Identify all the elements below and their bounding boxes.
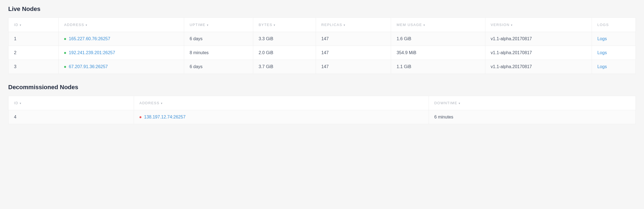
- address-link[interactable]: 138.197.12.74:26257: [144, 115, 186, 119]
- cell-uptime: 6 days: [184, 32, 253, 46]
- status-dot-icon: [64, 66, 66, 68]
- address-link[interactable]: 67.207.91.36:26257: [69, 64, 108, 69]
- sort-icon: ▼: [458, 102, 461, 105]
- cell-bytes: 3.7 GiB: [253, 60, 316, 74]
- status-dot-icon: [139, 116, 141, 118]
- logs-link[interactable]: Logs: [597, 36, 607, 41]
- logs-link[interactable]: Logs: [597, 64, 607, 69]
- table-row: 4138.197.12.74:262576 minutes: [8, 110, 636, 124]
- cell-uptime: 6 days: [184, 60, 253, 74]
- table-row: 1165.227.60.76:262576 days3.3 GiB1471.6 …: [8, 32, 636, 46]
- live-header-mem-usage[interactable]: MEM USAGE▼: [391, 18, 485, 32]
- cell-replicas: 147: [316, 32, 391, 46]
- sort-icon: ▼: [160, 102, 163, 105]
- live-header-uptime[interactable]: UPTIME▼: [184, 18, 253, 32]
- sort-icon: ▼: [19, 102, 22, 105]
- decommissioned-nodes-table: ID▼ ADDRESS▼ DOWNTIME▼ 4138.197.12.74:26…: [8, 96, 636, 124]
- cell-id: 2: [8, 46, 59, 60]
- live-header-id[interactable]: ID▼: [8, 18, 59, 32]
- cell-id: 3: [8, 60, 59, 74]
- cell-version: v1.1-alpha.20170817: [485, 46, 592, 60]
- cell-uptime: 8 minutes: [184, 46, 253, 60]
- live-header-logs: LOGS: [592, 18, 636, 32]
- address-link[interactable]: 192.241.239.201:26257: [69, 50, 115, 55]
- cell-bytes: 3.3 GiB: [253, 32, 316, 46]
- cell-address: 192.241.239.201:26257: [59, 46, 184, 60]
- status-dot-icon: [64, 38, 66, 40]
- table-row: 367.207.91.36:262576 days3.7 GiB1471.1 G…: [8, 60, 636, 74]
- live-header-bytes[interactable]: BYTES▼: [253, 18, 316, 32]
- sort-icon: ▼: [19, 24, 22, 27]
- address-link[interactable]: 165.227.60.76:26257: [69, 36, 110, 41]
- sort-icon: ▼: [511, 24, 513, 27]
- decom-header-address[interactable]: ADDRESS▼: [134, 96, 429, 110]
- cell-bytes: 2.0 GiB: [253, 46, 316, 60]
- cell-version: v1.1-alpha.20170817: [485, 32, 592, 46]
- live-nodes-section: Live Nodes ID▼ ADDRESS▼ UPTIME▼ BYTES▼ R…: [8, 5, 636, 74]
- cell-logs: Logs: [592, 32, 636, 46]
- decommissioned-nodes-title: Decommissioned Nodes: [8, 84, 636, 91]
- cell-id: 1: [8, 32, 59, 46]
- live-header-replicas[interactable]: REPLICAS▼: [316, 18, 391, 32]
- cell-address: 165.227.60.76:26257: [59, 32, 184, 46]
- live-nodes-title: Live Nodes: [8, 5, 636, 13]
- sort-icon: ▼: [273, 24, 276, 27]
- cell-logs: Logs: [592, 60, 636, 74]
- decom-header-downtime[interactable]: DOWNTIME▼: [429, 96, 636, 110]
- decom-header-id[interactable]: ID▼: [8, 96, 134, 110]
- sort-icon: ▼: [423, 24, 426, 27]
- cell-address: 67.207.91.36:26257: [59, 60, 184, 74]
- status-dot-icon: [64, 52, 66, 54]
- sort-icon: ▼: [206, 24, 209, 27]
- live-nodes-table: ID▼ ADDRESS▼ UPTIME▼ BYTES▼ REPLICAS▼ ME…: [8, 18, 636, 74]
- cell-mem-usage: 354.9 MiB: [391, 46, 485, 60]
- sort-icon: ▼: [85, 24, 88, 27]
- cell-replicas: 147: [316, 60, 391, 74]
- cell-replicas: 147: [316, 46, 391, 60]
- cell-version: v1.1-alpha.20170817: [485, 60, 592, 74]
- live-header-version[interactable]: VERSION▼: [485, 18, 592, 32]
- logs-link[interactable]: Logs: [597, 50, 607, 55]
- table-row: 2192.241.239.201:262578 minutes2.0 GiB14…: [8, 46, 636, 60]
- cell-id: 4: [8, 110, 134, 124]
- cell-mem-usage: 1.6 GiB: [391, 32, 485, 46]
- cell-address: 138.197.12.74:26257: [134, 110, 429, 124]
- sort-icon: ▼: [343, 24, 346, 27]
- live-header-address[interactable]: ADDRESS▼: [59, 18, 184, 32]
- cell-downtime: 6 minutes: [429, 110, 636, 124]
- cell-logs: Logs: [592, 46, 636, 60]
- cell-mem-usage: 1.1 GiB: [391, 60, 485, 74]
- decommissioned-nodes-section: Decommissioned Nodes ID▼ ADDRESS▼ DOWNTI…: [8, 84, 636, 124]
